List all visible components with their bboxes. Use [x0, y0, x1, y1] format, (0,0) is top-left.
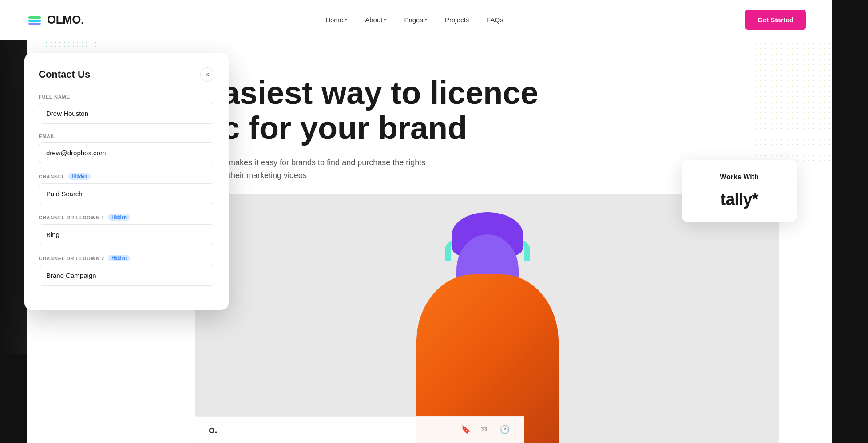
hero-subtitle: e makes it easy for brands to find and p… [222, 156, 488, 182]
email-input[interactable] [39, 142, 214, 163]
channel-drilldown2-input[interactable] [39, 265, 214, 286]
channel-drilldown1-hidden-badge: Hidden [108, 214, 130, 221]
works-with-title: Works With [692, 173, 786, 181]
send-icon[interactable]: ✉ [480, 425, 491, 435]
contact-us-modal: Contact Us × FULL NAME EMAIL CHANNEL Hid… [24, 53, 229, 310]
svg-rect-1 [28, 20, 41, 22]
nav-links: Home ▾ About ▾ Pages ▾ Projects [325, 16, 503, 24]
hero-title: asiest way to licence c for your brand [222, 75, 788, 146]
channel-drilldown1-group: CHANNEL DRILLDOWN 1 Hidden [39, 214, 214, 245]
logo-text: OLMO. [47, 13, 84, 27]
channel-drilldown2-label: CHANNEL DRILLDOWN 2 Hidden [39, 255, 214, 261]
navbar: OLMO. Home ▾ About ▾ Pages ▾ [0, 0, 832, 40]
chevron-down-icon: ▾ [425, 17, 427, 22]
channel-label: CHANNEL Hidden [39, 173, 214, 180]
channel-drilldown2-group: CHANNEL DRILLDOWN 2 Hidden [39, 255, 214, 286]
channel-group: CHANNEL Hidden [39, 173, 214, 204]
logo-icon [27, 12, 43, 28]
full-name-input[interactable] [39, 103, 214, 124]
person-figure [394, 221, 581, 443]
channel-drilldown1-label: CHANNEL DRILLDOWN 1 Hidden [39, 214, 214, 221]
nav-item-about[interactable]: About ▾ [365, 16, 386, 24]
chevron-down-icon: ▾ [345, 17, 347, 22]
svg-rect-0 [28, 16, 41, 19]
caption-logo: o. [209, 424, 218, 436]
modal-title: Contact Us [39, 69, 90, 80]
full-name-label: FULL NAME [39, 94, 214, 99]
caption-icons: 🔖 ✉ 🕐 [461, 425, 511, 435]
nav-item-home[interactable]: Home ▾ [325, 16, 347, 24]
tally-logo: tally* [692, 190, 786, 209]
hero-image-area [195, 194, 779, 443]
bookmark-icon[interactable]: 🔖 [461, 425, 472, 435]
svg-rect-2 [28, 23, 41, 25]
dark-frame-bottom-left [0, 354, 27, 443]
get-started-button[interactable]: Get Started [745, 10, 806, 30]
nav-item-projects[interactable]: Projects [445, 16, 469, 24]
logo[interactable]: OLMO. [27, 12, 84, 28]
email-label: EMAIL [39, 134, 214, 139]
channel-drilldown2-hidden-badge: Hidden [108, 255, 130, 261]
dark-frame-right [832, 0, 868, 443]
channel-drilldown1-input[interactable] [39, 224, 214, 245]
channel-input[interactable] [39, 183, 214, 204]
chevron-down-icon: ▾ [384, 17, 386, 22]
full-name-group: FULL NAME [39, 94, 214, 124]
nav-item-faqs[interactable]: FAQs [487, 16, 503, 24]
works-with-card: Works With tally* [682, 160, 797, 222]
channel-hidden-badge: Hidden [68, 173, 91, 180]
clock-icon[interactable]: 🕐 [500, 425, 511, 435]
nav-item-pages[interactable]: Pages ▾ [404, 16, 427, 24]
modal-header: Contact Us × [39, 67, 214, 82]
image-caption-bar: o. 🔖 ✉ 🕐 [195, 416, 524, 443]
email-group: EMAIL [39, 134, 214, 163]
modal-close-button[interactable]: × [200, 67, 214, 82]
